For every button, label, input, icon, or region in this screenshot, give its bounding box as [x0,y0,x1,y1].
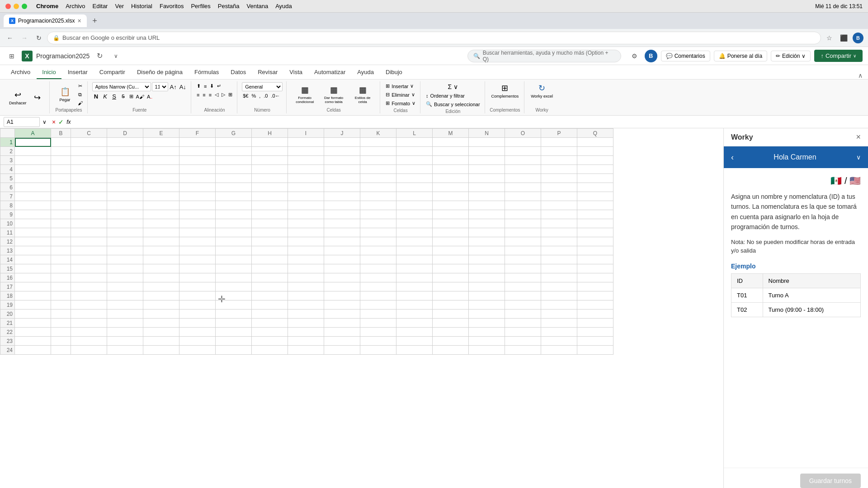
underline-btn[interactable]: S [110,92,118,101]
cell-P2[interactable] [541,147,577,156]
cell-B22[interactable] [51,328,71,337]
cell-Q14[interactable] [577,255,613,264]
cell-O23[interactable] [505,337,541,346]
cell-L1[interactable] [396,138,433,147]
cell-C18[interactable] [71,291,107,300]
cell-J17[interactable] [324,282,360,291]
insert-function-btn[interactable]: fx [66,117,71,127]
cell-O4[interactable] [505,165,541,174]
worky-excel-btn[interactable]: ↻ Worky excel [529,82,555,99]
cell-K21[interactable] [360,319,396,328]
cell-M11[interactable] [433,228,469,237]
cell-H14[interactable] [252,255,288,264]
cell-D17[interactable] [107,282,143,291]
mac-menu-chrome[interactable]: Chrome [36,3,58,9]
cell-M13[interactable] [433,246,469,255]
cell-D3[interactable] [107,156,143,165]
tab-diseno[interactable]: Diseño de página [132,66,188,79]
col-header-f[interactable]: F [179,129,216,138]
cell-N17[interactable] [469,282,505,291]
row-header-1[interactable]: 1 [0,138,15,147]
cell-L9[interactable] [396,210,433,219]
cell-I22[interactable] [288,328,324,337]
cell-Q16[interactable] [577,273,613,282]
cell-E23[interactable] [143,337,179,346]
cell-A1[interactable] [15,138,51,147]
cell-J4[interactable] [324,165,360,174]
cell-A4[interactable] [15,165,51,174]
cell-H23[interactable] [252,337,288,346]
cell-F2[interactable] [179,147,216,156]
cell-I3[interactable] [288,156,324,165]
col-header-e[interactable]: E [143,129,179,138]
cell-I7[interactable] [288,192,324,201]
cell-Q18[interactable] [577,291,613,300]
cell-C4[interactable] [71,165,107,174]
cell-C16[interactable] [71,273,107,282]
cell-Q9[interactable] [577,210,613,219]
cell-N20[interactable] [469,310,505,319]
cell-A24[interactable] [15,346,51,355]
tab-ayuda[interactable]: Ayuda [352,66,379,79]
cell-A12[interactable] [15,237,51,246]
cell-H8[interactable] [252,201,288,210]
cell-L2[interactable] [396,147,433,156]
cell-B9[interactable] [51,210,71,219]
cell-J23[interactable] [324,337,360,346]
ribbon-collapse-icon[interactable]: ∧ [858,72,863,79]
cell-G16[interactable] [216,273,252,282]
row-header-7[interactable]: 7 [0,192,15,201]
cell-J13[interactable] [324,246,360,255]
cell-N22[interactable] [469,328,505,337]
col-header-h[interactable]: H [252,129,288,138]
cell-A22[interactable] [15,328,51,337]
cell-Q7[interactable] [577,192,613,201]
cell-D15[interactable] [107,264,143,273]
cell-E20[interactable] [143,310,179,319]
formula-input[interactable] [75,117,864,127]
cell-K16[interactable] [360,273,396,282]
cell-J2[interactable] [324,147,360,156]
cell-N4[interactable] [469,165,505,174]
cell-D22[interactable] [107,328,143,337]
cell-H2[interactable] [252,147,288,156]
font-size-select[interactable]: 11 [152,82,168,91]
row-header-9[interactable]: 9 [0,210,15,219]
cell-Q3[interactable] [577,156,613,165]
name-manager-icon[interactable]: ∨ [42,118,47,126]
cell-H7[interactable] [252,192,288,201]
cell-F12[interactable] [179,237,216,246]
percent-btn[interactable]: % [250,92,257,99]
cell-G13[interactable] [216,246,252,255]
cell-K11[interactable] [360,228,396,237]
cell-I10[interactable] [288,219,324,228]
align-left-btn[interactable]: ≡ [196,91,200,99]
cell-I6[interactable] [288,183,324,192]
cell-A21[interactable] [15,319,51,328]
row-header-13[interactable]: 13 [0,246,15,255]
cell-M16[interactable] [433,273,469,282]
cell-P15[interactable] [541,264,577,273]
cell-D8[interactable] [107,201,143,210]
row-header-19[interactable]: 19 [0,300,15,310]
cell-N18[interactable] [469,291,505,300]
cell-E14[interactable] [143,255,179,264]
cell-F21[interactable] [179,319,216,328]
cell-D10[interactable] [107,219,143,228]
cell-J12[interactable] [324,237,360,246]
cell-O24[interactable] [505,346,541,355]
cell-B2[interactable] [51,147,71,156]
cell-M5[interactable] [433,174,469,183]
cell-N10[interactable] [469,219,505,228]
cell-O15[interactable] [505,264,541,273]
cell-G23[interactable] [216,337,252,346]
cell-O2[interactable] [505,147,541,156]
cell-C7[interactable] [71,192,107,201]
align-top-btn[interactable]: ⬆ [196,82,202,90]
cell-P13[interactable] [541,246,577,255]
cell-I4[interactable] [288,165,324,174]
cell-P23[interactable] [541,337,577,346]
mac-menu-editar[interactable]: Editar [92,3,108,9]
cell-L6[interactable] [396,183,433,192]
fill-color-btn[interactable]: A🖌 [135,93,145,100]
